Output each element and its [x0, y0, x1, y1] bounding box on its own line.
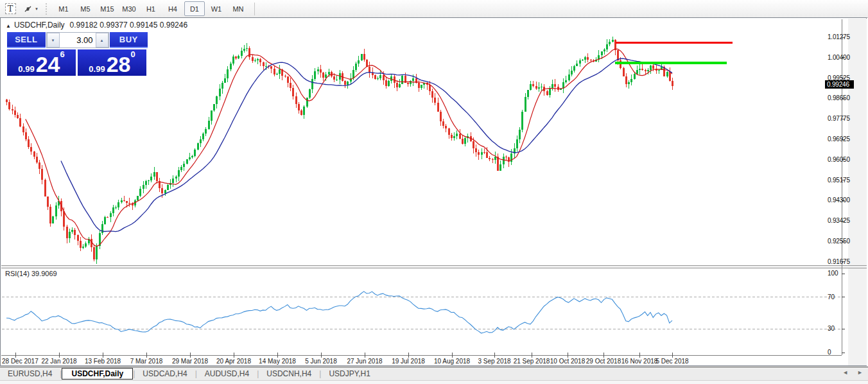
timeframe-button-h4[interactable]: H4 — [162, 1, 183, 16]
candle-body — [77, 235, 79, 241]
timeframe-button-m15[interactable]: M15 — [97, 1, 117, 16]
timeframe-button-h1[interactable]: H1 — [141, 1, 161, 16]
candle-body — [421, 85, 422, 88]
candle-body — [333, 76, 335, 80]
candle-body — [186, 159, 188, 163]
text-tool-button[interactable]: T — [4, 3, 17, 15]
volume-decrease-button[interactable]: ▼ — [47, 33, 60, 48]
chart-tab-audusd[interactable]: AUDUSD,H4 — [197, 368, 257, 380]
collapse-icon[interactable]: ▲ — [6, 23, 11, 29]
candle-body — [241, 51, 243, 56]
candle-body — [41, 169, 43, 180]
tab-scroll-left-icon[interactable]: ◄ — [842, 369, 848, 376]
candle-body — [401, 76, 403, 83]
chart-window: ▲USDCHF,Daily0.99182 0.99377 0.99145 0.9… — [0, 17, 867, 366]
price-axis-label: 0.96050 — [828, 156, 850, 163]
pane-splitter[interactable] — [1, 264, 867, 268]
price-axis-label: 0.92550 — [828, 238, 850, 245]
date-axis-label: 16 Nov 2018 — [621, 358, 658, 365]
candle-body — [612, 40, 614, 41]
candle-body — [71, 230, 73, 232]
candle-body — [284, 76, 286, 76]
volume-increase-button[interactable]: ▲ — [96, 33, 108, 48]
sell-price-sup: 6 — [60, 51, 64, 58]
candle-body — [606, 44, 608, 49]
toolbar-grip[interactable] — [45, 3, 48, 15]
candle-body — [407, 83, 409, 84]
timeframe-button-mn[interactable]: MN — [228, 1, 248, 16]
sell-button[interactable]: SELL — [7, 32, 46, 48]
candle-body — [437, 103, 439, 112]
candle-body — [590, 60, 592, 60]
candle-body — [445, 126, 447, 128]
date-axis-label: 21 Sep 2018 — [514, 358, 550, 365]
candle-body — [80, 241, 82, 248]
toolbar-separator — [254, 3, 255, 15]
candle-body — [565, 80, 567, 83]
price-axis-label: 0.98650 — [828, 94, 850, 101]
sell-price-display[interactable]: 0.99 24 6 — [7, 49, 76, 76]
candle-body — [519, 130, 521, 139]
candle-body — [115, 207, 117, 208]
date-axis-label: 3 Sep 2018 — [478, 358, 510, 365]
candle-body — [230, 64, 232, 70]
timeframe-button-w1[interactable]: W1 — [206, 1, 227, 16]
candle-body — [270, 66, 272, 69]
candle-body — [546, 91, 548, 95]
chart-tab-eurusd[interactable]: EURUSD,H4 — [0, 368, 60, 380]
candle-body — [110, 213, 112, 218]
tab-scroll-right-icon[interactable]: ► — [857, 369, 863, 376]
candle-body — [128, 203, 130, 204]
date-axis-label: 27 Jun 2018 — [347, 358, 382, 365]
candle-body — [311, 79, 313, 89]
ma-slow-line — [61, 58, 672, 231]
candle-body — [287, 76, 289, 82]
timeframe-button-m5[interactable]: M5 — [75, 1, 96, 16]
candle-body — [303, 107, 305, 116]
timeframe-button-d1[interactable]: D1 — [184, 1, 205, 16]
candle-body — [628, 82, 630, 84]
candle-body — [527, 90, 529, 97]
chart-tab-usdjpy[interactable]: USDJPY,H1 — [321, 368, 378, 380]
date-axis-label: 22 Jan 2018 — [41, 358, 76, 365]
candle-body — [352, 70, 354, 78]
timeframe-button-m1[interactable]: M1 — [53, 1, 74, 16]
candle-body — [235, 57, 237, 58]
candle-body — [205, 129, 207, 134]
candle-body — [227, 69, 229, 78]
buy-price-sup: 0 — [130, 51, 135, 58]
volume-input[interactable] — [60, 33, 96, 48]
chart-tab-usdchf[interactable]: USDCHF,Daily — [62, 368, 133, 380]
buy-button[interactable]: BUY — [110, 32, 148, 48]
candle-body — [492, 159, 494, 160]
candle-body — [448, 128, 450, 135]
candle-body — [213, 104, 215, 110]
candle-body — [123, 200, 125, 201]
candle-body — [117, 202, 119, 207]
candle-body — [8, 102, 10, 109]
candle-body — [44, 180, 46, 196]
chart-title: ▲USDCHF,Daily0.99182 0.99377 0.99145 0.9… — [6, 21, 187, 30]
price-axis-label: 0.97775 — [828, 115, 850, 122]
candle-body — [156, 172, 158, 182]
date-axis-label: 29 Mar 2018 — [172, 358, 208, 365]
timeframe-button-m30[interactable]: M30 — [119, 1, 139, 16]
chart-tab-usdcad[interactable]: USDCAD,H4 — [135, 368, 195, 380]
date-axis-label: 13 Feb 2018 — [85, 358, 121, 365]
chart-symbol-label: USDCHF,Daily — [14, 21, 65, 30]
candle-body — [112, 207, 114, 213]
buy-price-display[interactable]: 0.99 28 0 — [78, 49, 146, 76]
date-axis-label: 10 Aug 2018 — [434, 358, 470, 365]
candle-body — [320, 69, 322, 73]
date-axis-label: 5 Jun 2018 — [305, 358, 337, 365]
candle-body — [93, 247, 95, 259]
chart-tab-bar: EURUSD,H4|USDCHF,Daily|USDCAD,H4|AUDUSD,… — [0, 367, 868, 380]
candle-body — [336, 80, 338, 80]
candle-body — [290, 83, 291, 88]
candle-body — [189, 157, 191, 159]
candle-body — [532, 84, 534, 87]
chart-tab-usdcnh[interactable]: USDCNH,H4 — [259, 368, 319, 380]
candle-body — [399, 84, 401, 87]
candle-body — [63, 211, 65, 227]
arrange-windows-button[interactable]: ▼ — [23, 3, 39, 15]
